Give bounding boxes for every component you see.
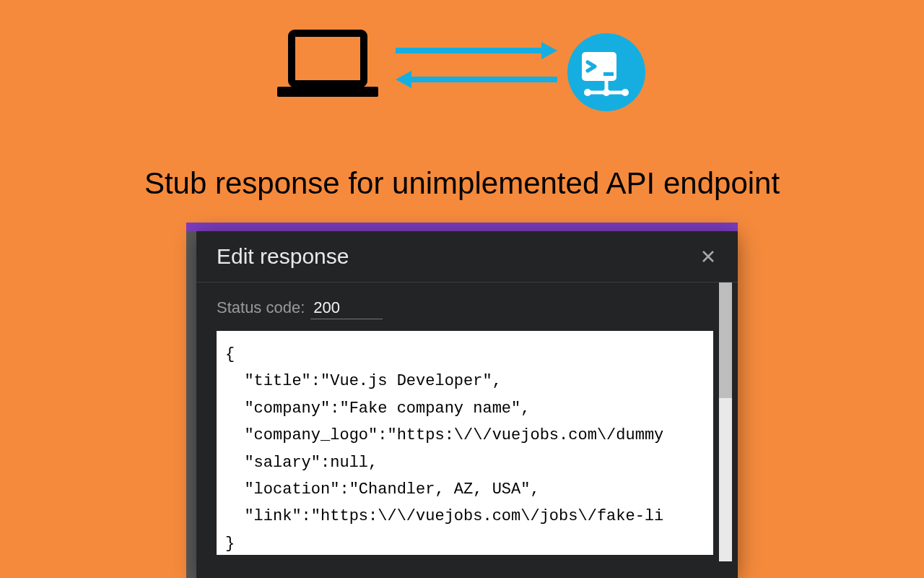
svg-rect-7 — [582, 52, 616, 81]
svg-point-13 — [622, 89, 629, 96]
server-icon — [567, 33, 645, 111]
arrow-right-icon — [396, 42, 557, 59]
svg-rect-1 — [277, 87, 378, 97]
svg-rect-0 — [292, 33, 364, 84]
status-code-label: Status code: — [217, 298, 305, 317]
client-server-diagram — [274, 29, 650, 123]
scrollbar-thumb[interactable] — [719, 282, 732, 398]
svg-point-12 — [584, 89, 591, 96]
app-left-edge — [186, 231, 196, 578]
svg-marker-5 — [396, 71, 411, 88]
svg-rect-8 — [603, 72, 614, 76]
edit-response-modal: Edit response Status code: { "title":"Vu… — [196, 231, 738, 578]
laptop-icon — [277, 33, 378, 97]
status-code-row: Status code: — [217, 297, 713, 319]
svg-marker-3 — [541, 42, 557, 59]
modal-title: Edit response — [217, 244, 349, 269]
response-body-editor[interactable]: { "title":"Vue.js Developer", "company":… — [217, 331, 713, 555]
status-code-input[interactable] — [310, 297, 383, 319]
arrow-left-icon — [396, 71, 557, 88]
modal-body: Status code: { "title":"Vue.js Developer… — [196, 282, 738, 576]
close-icon[interactable] — [699, 244, 718, 269]
app-titlebar — [186, 223, 738, 231]
modal-header: Edit response — [196, 231, 738, 282]
app-window-frame: Edit response Status code: { "title":"Vu… — [186, 223, 738, 578]
scrollbar-vertical[interactable] — [719, 282, 732, 561]
slide-caption: Stub response for unimplemented API endp… — [0, 166, 924, 201]
